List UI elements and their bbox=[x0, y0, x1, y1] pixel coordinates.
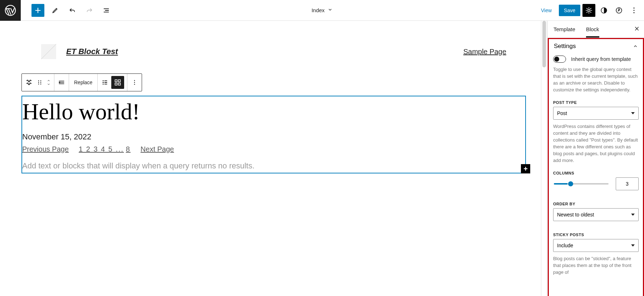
svg-rect-16 bbox=[115, 83, 117, 85]
layout-list-icon[interactable] bbox=[101, 78, 109, 87]
navigation-button[interactable] bbox=[613, 4, 625, 17]
inherit-query-toggle[interactable] bbox=[553, 56, 566, 63]
undo-icon bbox=[68, 6, 76, 14]
svg-point-4 bbox=[634, 8, 635, 9]
options-button[interactable] bbox=[628, 4, 640, 17]
save-button[interactable]: Save bbox=[559, 5, 580, 16]
kebab-icon bbox=[630, 6, 638, 14]
sticky-posts-help: Blog posts can be "stickied", a feature … bbox=[553, 256, 639, 276]
template-name: Index bbox=[312, 7, 325, 13]
drag-handle-icon[interactable] bbox=[35, 78, 44, 87]
pencil-icon bbox=[51, 6, 59, 14]
chevron-down-icon bbox=[327, 7, 332, 13]
view-button[interactable]: View bbox=[536, 5, 557, 16]
plus-icon bbox=[34, 6, 42, 14]
no-results-placeholder[interactable]: Add text or blocks that will display whe… bbox=[22, 161, 525, 171]
order-by-select[interactable]: Newest to oldest bbox=[553, 208, 639, 221]
pagination-prev[interactable]: Previous Page bbox=[22, 145, 69, 153]
block-movers[interactable] bbox=[46, 79, 51, 86]
post-type-help: WordPress contains different types of co… bbox=[553, 123, 639, 164]
columns-input[interactable] bbox=[616, 177, 639, 190]
order-by-label: ORDER BY bbox=[553, 202, 639, 206]
svg-point-1 bbox=[588, 9, 590, 11]
columns-label: COLUMNS bbox=[553, 171, 639, 175]
site-logo-placeholder[interactable] bbox=[41, 44, 56, 59]
block-toolbar: Replace bbox=[21, 73, 142, 91]
layout-grid-icon[interactable] bbox=[111, 76, 124, 89]
settings-panel-header[interactable]: Settings bbox=[553, 39, 639, 53]
replace-button[interactable]: Replace bbox=[72, 80, 94, 85]
align-icon[interactable] bbox=[57, 78, 66, 87]
tab-template[interactable]: Template bbox=[553, 21, 575, 37]
wordpress-icon bbox=[4, 4, 16, 16]
nav-link-sample-page[interactable]: Sample Page bbox=[463, 48, 506, 56]
svg-rect-15 bbox=[118, 80, 121, 82]
inherit-query-help: Toggle to use the global query context t… bbox=[553, 66, 639, 93]
styles-button[interactable] bbox=[597, 4, 610, 17]
list-view-icon bbox=[103, 6, 111, 14]
contrast-icon bbox=[600, 6, 608, 14]
chevron-up-icon bbox=[46, 79, 51, 82]
inherit-query-label: Inherit query from template bbox=[571, 56, 631, 62]
svg-point-18 bbox=[134, 80, 135, 81]
block-options-icon[interactable] bbox=[130, 78, 139, 87]
list-view-button[interactable] bbox=[100, 4, 113, 17]
svg-point-12 bbox=[40, 83, 41, 84]
template-selector[interactable]: Index bbox=[312, 7, 333, 13]
svg-point-5 bbox=[634, 10, 635, 11]
inspector-sidebar: Template Block Settings Inherit query fr… bbox=[547, 21, 644, 296]
svg-point-6 bbox=[634, 12, 635, 13]
svg-point-10 bbox=[40, 82, 41, 83]
post-type-select[interactable]: Post bbox=[553, 107, 639, 120]
settings-sidebar-toggle[interactable] bbox=[582, 4, 595, 17]
sticky-posts-select[interactable]: Include bbox=[553, 239, 639, 252]
post-type-label: POST TYPE bbox=[553, 100, 639, 105]
tools-selector-button[interactable] bbox=[49, 4, 62, 17]
pagination-next[interactable]: Next Page bbox=[141, 145, 174, 153]
post-title[interactable]: Hello world! bbox=[22, 99, 525, 125]
wp-logo-button[interactable] bbox=[0, 0, 21, 21]
svg-point-7 bbox=[38, 80, 39, 81]
tab-block[interactable]: Block bbox=[586, 21, 599, 37]
gear-icon bbox=[585, 6, 593, 14]
pagination-block: Previous Page 1 2 3 4 5 ... 8 Next Page bbox=[22, 145, 525, 153]
columns-slider[interactable] bbox=[554, 183, 609, 185]
query-loop-block[interactable]: Hello world! November 15, 2022 Previous … bbox=[21, 96, 526, 173]
site-title[interactable]: ET Block Test bbox=[66, 47, 118, 56]
query-loop-icon[interactable] bbox=[25, 78, 33, 87]
svg-rect-17 bbox=[118, 83, 121, 85]
block-appender[interactable]: + bbox=[521, 164, 530, 173]
block-inserter-button[interactable] bbox=[31, 4, 44, 17]
svg-point-20 bbox=[134, 84, 135, 85]
editor-canvas: ET Block Test Sample Page Replace bbox=[0, 21, 547, 296]
redo-button[interactable] bbox=[83, 4, 96, 17]
pagination-numbers[interactable]: 1 2 3 4 5 ... 8 bbox=[79, 145, 131, 153]
compass-icon bbox=[615, 6, 623, 14]
redo-icon bbox=[86, 6, 93, 14]
post-date[interactable]: November 15, 2022 bbox=[22, 132, 525, 142]
svg-point-11 bbox=[38, 83, 39, 84]
svg-point-19 bbox=[134, 82, 135, 83]
site-header-block: ET Block Test Sample Page bbox=[21, 42, 526, 73]
chevron-down-icon bbox=[46, 82, 51, 86]
svg-point-8 bbox=[40, 80, 41, 81]
sticky-posts-label: STICKY POSTS bbox=[553, 233, 639, 237]
svg-rect-14 bbox=[115, 80, 117, 82]
svg-point-13 bbox=[59, 82, 60, 83]
chevron-up-icon bbox=[633, 44, 638, 49]
editor-topbar: Index View Save bbox=[0, 0, 644, 21]
settings-panel-title: Settings bbox=[554, 43, 576, 50]
close-icon bbox=[634, 26, 640, 32]
canvas-scrollbar-thumb[interactable] bbox=[542, 21, 546, 67]
close-sidebar-button[interactable] bbox=[634, 26, 640, 33]
undo-button[interactable] bbox=[66, 4, 79, 17]
svg-point-9 bbox=[38, 82, 39, 83]
